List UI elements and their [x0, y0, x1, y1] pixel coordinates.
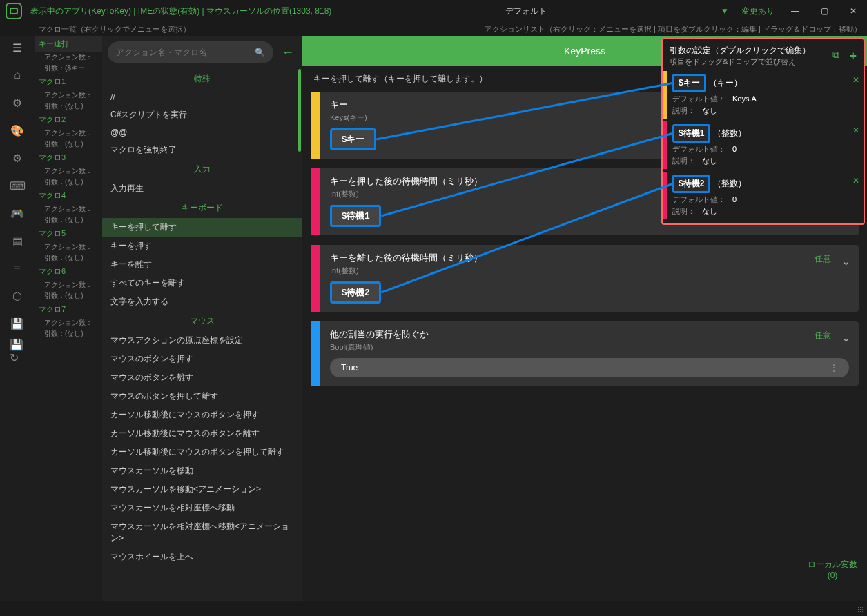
- back-button[interactable]: ←: [279, 46, 297, 60]
- category-label: マウス: [102, 311, 302, 331]
- action-item[interactable]: 入力再生: [102, 179, 302, 198]
- macro-item[interactable]: マクロ2: [35, 112, 102, 128]
- macro-item[interactable]: マクロ5: [35, 226, 102, 241]
- list-icon[interactable]: ≡: [10, 261, 25, 276]
- gear-icon[interactable]: ⚙: [10, 150, 25, 166]
- action-item[interactable]: マウスカーソルを相対座標へ移動: [102, 499, 302, 517]
- value-box: $キー: [330, 128, 376, 150]
- local-vars[interactable]: ローカル変数 (0): [808, 559, 857, 580]
- macro-item[interactable]: キー連打: [35, 36, 102, 52]
- action-item[interactable]: C#スクリプトを実行: [102, 106, 302, 124]
- action-item[interactable]: マウスホイールを上へ: [102, 548, 302, 566]
- profile-name[interactable]: デフォルト: [331, 6, 721, 17]
- search-input[interactable]: 🔍: [108, 41, 273, 63]
- more-icon[interactable]: ⋮: [830, 363, 838, 372]
- arg-default: デフォルト値：0: [672, 144, 843, 155]
- macro-item[interactable]: マクロ7: [35, 301, 102, 317]
- action-item[interactable]: マウスカーソルを移動<アニメーション>: [102, 480, 302, 499]
- chevron-down-icon[interactable]: ⌄: [841, 331, 850, 344]
- action-item[interactable]: キーを押して離す: [102, 218, 302, 237]
- minimize-button[interactable]: —: [787, 3, 803, 19]
- copy-icon[interactable]: ⧉: [832, 49, 839, 63]
- macro-item[interactable]: マクロ3: [35, 150, 102, 166]
- param-bar: [311, 92, 320, 159]
- action-item[interactable]: マクロを強制終了: [102, 141, 302, 159]
- chevron-down-icon[interactable]: ⌄: [841, 255, 850, 268]
- category-label: キーボード: [102, 198, 302, 218]
- settings-icon[interactable]: ⚙: [10, 95, 25, 110]
- action-item[interactable]: マウスカーソルを移動: [102, 461, 302, 480]
- macro-sub: 引数：(なし): [35, 215, 102, 226]
- close-icon[interactable]: ✕: [853, 126, 859, 135]
- param-bar: [311, 321, 320, 386]
- image-icon[interactable]: ▤: [10, 233, 25, 248]
- action-item[interactable]: キーを押す: [102, 237, 302, 255]
- param-type: Int(整数): [330, 266, 849, 276]
- action-item[interactable]: //: [102, 89, 302, 106]
- arg-name: $待機1: [672, 124, 710, 143]
- close-icon[interactable]: ✕: [853, 176, 859, 186]
- arg-item[interactable]: $キー（キー）デフォルト値：Keys.A説明：なし✕: [663, 71, 864, 119]
- action-item[interactable]: キーを離す: [102, 255, 302, 274]
- arg-name: $キー: [672, 74, 706, 92]
- nav-rail: ☰ ⌂ ⚙ 🎨 ⚙ ⌨ 🎮 ▤ ≡ ⬡ 💾 💾↻: [0, 36, 35, 601]
- action-item[interactable]: @@: [102, 124, 302, 141]
- keyboard-icon[interactable]: ⌨: [10, 178, 25, 193]
- macro-item[interactable]: マクロ4: [35, 188, 102, 203]
- action-item[interactable]: カーソル移動後にマウスのボタンを押す: [102, 406, 302, 424]
- action-panel: 🔍 ← 特殊//C#スクリプトを実行@@マクロを強制終了入力入力再生キーボードキ…: [102, 36, 302, 601]
- add-icon[interactable]: +: [849, 49, 857, 63]
- action-item[interactable]: カーソル移動後にマウスのボタンを離す: [102, 424, 302, 443]
- arg-name: $待機2: [672, 175, 710, 193]
- macro-sub: 引数：(なし): [35, 101, 102, 112]
- home-icon[interactable]: ⌂: [10, 68, 25, 83]
- action-item[interactable]: 文字を入力する: [102, 292, 302, 311]
- param-card[interactable]: 他の割当の実行を防ぐかBool(真理値)任意⌄True⋮: [311, 321, 859, 386]
- action-item[interactable]: カーソル移動後にマウスのボタンを押して離す: [102, 443, 302, 461]
- action-item[interactable]: マウスカーソルを相対座標へ移動<アニメーション>: [102, 517, 302, 548]
- maximize-button[interactable]: ▢: [816, 3, 832, 19]
- action-item[interactable]: マウスアクションの原点座標を設定: [102, 331, 302, 350]
- profile-dropdown[interactable]: ▼: [721, 6, 729, 16]
- macro-sub: アクション数：: [35, 166, 102, 177]
- action-item[interactable]: すべてのキーを離す: [102, 274, 302, 292]
- param-title: 他の割当の実行を防ぐか: [330, 328, 849, 341]
- args-title: 引数の設定（ダブルクリックで編集）: [670, 45, 810, 57]
- save-refresh-icon[interactable]: 💾↻: [10, 344, 25, 359]
- palette-icon[interactable]: 🎨: [10, 123, 25, 138]
- changes-indicator: 変更あり: [741, 6, 775, 17]
- box-icon[interactable]: ⬡: [10, 288, 25, 304]
- arg-item[interactable]: $待機2（整数）デフォルト値：0説明：なし✕: [663, 172, 864, 219]
- action-item[interactable]: マウスのボタンを離す: [102, 368, 302, 387]
- arg-type: （整数）: [713, 128, 746, 138]
- search-icon: 🔍: [255, 48, 265, 57]
- save-icon[interactable]: 💾: [10, 316, 25, 331]
- editor-panel: KeyPress キーを押して離す（キーを押して離します。） キーKeys(キー…: [302, 36, 867, 601]
- menu-icon[interactable]: ☰: [10, 40, 25, 55]
- macro-sub: アクション数：: [35, 241, 102, 252]
- action-item[interactable]: マウスのボタンを押して離す: [102, 387, 302, 406]
- param-bar: [311, 168, 320, 235]
- param-value[interactable]: True⋮: [330, 358, 849, 377]
- gamepad-icon[interactable]: 🎮: [10, 206, 25, 221]
- macro-sub: 引数：(なし): [35, 139, 102, 150]
- param-card[interactable]: キーを離した後の待機時間（ミリ秒）Int(整数)任意⌄⋮$待機2: [311, 245, 859, 312]
- param-title: キーを離した後の待機時間（ミリ秒）: [330, 252, 849, 264]
- macro-item[interactable]: マクロ6: [35, 264, 102, 279]
- resize-grip[interactable]: [857, 606, 864, 613]
- action-list: 特殊//C#スクリプトを実行@@マクロを強制終了入力入力再生キーボードキーを押し…: [102, 69, 302, 601]
- macro-sub: アクション数：: [35, 279, 102, 290]
- param-value[interactable]: $待機2: [330, 281, 849, 304]
- macro-sub: アクション数：: [35, 90, 102, 101]
- category-label: 特殊: [102, 69, 302, 89]
- action-item[interactable]: マウスのボタンを押す: [102, 350, 302, 368]
- args-panel: 引数の設定（ダブルクリックで編集） 項目をドラッグ&ドロップで並び替え ⧉ + …: [661, 38, 865, 225]
- arg-item[interactable]: $待機1（整数）デフォルト値：0説明：なし✕: [663, 121, 864, 169]
- macro-item[interactable]: マクロ1: [35, 74, 102, 90]
- close-button[interactable]: ✕: [845, 3, 861, 19]
- value-box: $待機2: [330, 281, 381, 304]
- args-subtitle: 項目をドラッグ&ドロップで並び替え: [670, 57, 810, 67]
- titlebar-status: 表示中のアプリ(KeyToKey) | IMEの状態(有効) | マウスカーソル…: [30, 6, 331, 17]
- macro-sub: 引数：(なし): [35, 252, 102, 264]
- close-icon[interactable]: ✕: [853, 75, 859, 85]
